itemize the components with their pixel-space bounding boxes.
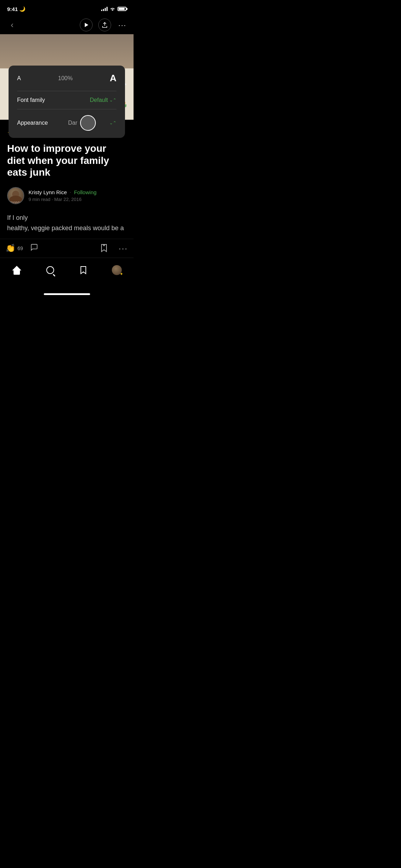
more-button[interactable]: ··· bbox=[117, 20, 128, 31]
status-bar: 9:41 🌙 bbox=[0, 0, 134, 16]
nav-bookmarks[interactable] bbox=[73, 262, 94, 278]
article-meta: 9 min read · Mar 22, 2016 bbox=[28, 197, 97, 202]
font-family-label: Font family bbox=[17, 97, 45, 103]
author-info: Kristy Lynn Rice · Following 9 min read … bbox=[28, 189, 97, 202]
share-icon bbox=[102, 22, 107, 28]
hero-section: A 100% A Font family Default ⌄⌃ Appearan… bbox=[0, 34, 134, 120]
profile-icon: ✦ bbox=[112, 265, 122, 275]
avatar-image: Pariglytte bbox=[8, 187, 24, 204]
comment-button[interactable] bbox=[30, 243, 38, 253]
clap-button[interactable]: 👏 69 bbox=[6, 244, 23, 253]
appearance-row: Appearance Dar ⌄⌃ bbox=[17, 115, 116, 131]
action-bar: 👏 69 ··· bbox=[0, 239, 134, 258]
author-row: Pariglytte Kristy Lynn Rice · Following … bbox=[7, 187, 126, 204]
article-date: Mar 22, 2016 bbox=[54, 197, 82, 202]
appearance-selector[interactable]: Dar ⌄⌃ bbox=[68, 115, 116, 131]
nav-profile[interactable]: ✦ bbox=[106, 262, 127, 278]
home-indicator bbox=[0, 288, 134, 300]
home-indicator-bar bbox=[44, 293, 90, 295]
appearance-circle bbox=[80, 115, 96, 131]
reading-settings-panel: A 100% A Font family Default ⌄⌃ Appearan… bbox=[9, 66, 125, 138]
profile-star: ✦ bbox=[120, 272, 123, 277]
font-size-row: A 100% A bbox=[17, 73, 116, 84]
font-family-row: Font family Default ⌄⌃ bbox=[17, 97, 116, 103]
signal-icon bbox=[101, 7, 108, 11]
back-button[interactable]: ‹ bbox=[6, 19, 19, 31]
battery-icon bbox=[118, 7, 126, 11]
clap-icon: 👏 bbox=[6, 244, 15, 253]
read-time: 9 min read bbox=[28, 197, 50, 202]
nav-actions: ··· bbox=[80, 19, 128, 31]
font-family-value: Default bbox=[90, 97, 108, 103]
font-family-selector[interactable]: Default ⌄⌃ bbox=[90, 97, 116, 103]
save-button[interactable] bbox=[101, 244, 107, 253]
bookmark-icon bbox=[101, 244, 107, 253]
share-button[interactable] bbox=[98, 19, 111, 31]
dot-separator: · bbox=[70, 189, 71, 195]
more-options-button[interactable]: ··· bbox=[119, 243, 128, 253]
play-button[interactable] bbox=[80, 19, 93, 31]
article-title: How to improve your diet when your famil… bbox=[7, 143, 126, 179]
divider bbox=[17, 91, 116, 91]
divider-2 bbox=[17, 109, 116, 109]
article-body: If I only healthy, veggie packed meals w… bbox=[7, 213, 126, 239]
play-icon bbox=[84, 22, 89, 27]
search-icon bbox=[46, 266, 54, 274]
appearance-value-partial: Dar bbox=[68, 120, 77, 126]
nav-bar: ‹ ··· bbox=[0, 16, 134, 34]
author-name[interactable]: Kristy Lynn Rice bbox=[28, 189, 67, 195]
nav-search[interactable] bbox=[40, 262, 61, 278]
more-icon: ··· bbox=[119, 243, 128, 253]
nav-home[interactable] bbox=[6, 262, 27, 278]
clap-count: 69 bbox=[17, 246, 23, 251]
body-text-end: healthy, veggie packed meals would be a bbox=[7, 224, 124, 232]
body-text-start: If I only bbox=[7, 214, 28, 221]
following-button[interactable]: Following bbox=[74, 189, 97, 195]
font-size-percent: 100% bbox=[58, 75, 73, 82]
moon-icon: 🌙 bbox=[19, 6, 25, 12]
appearance-chevron: ⌄⌃ bbox=[109, 120, 116, 125]
author-name-row: Kristy Lynn Rice · Following bbox=[28, 189, 97, 195]
wifi-icon bbox=[110, 7, 115, 11]
bottom-nav: ✦ bbox=[0, 258, 134, 288]
comment-icon bbox=[30, 243, 38, 253]
bookmarks-icon bbox=[80, 266, 87, 274]
appearance-label: Appearance bbox=[17, 120, 48, 126]
author-avatar[interactable]: Pariglytte bbox=[7, 187, 24, 204]
home-icon bbox=[12, 266, 21, 275]
svg-marker-1 bbox=[85, 23, 88, 27]
font-size-small-a[interactable]: A bbox=[17, 75, 21, 82]
font-size-large-a[interactable]: A bbox=[110, 73, 116, 84]
status-time: 9:41 bbox=[7, 6, 18, 12]
status-icons bbox=[101, 7, 126, 11]
font-family-chevron: ⌄⌃ bbox=[109, 98, 116, 103]
svg-point-0 bbox=[112, 10, 113, 11]
